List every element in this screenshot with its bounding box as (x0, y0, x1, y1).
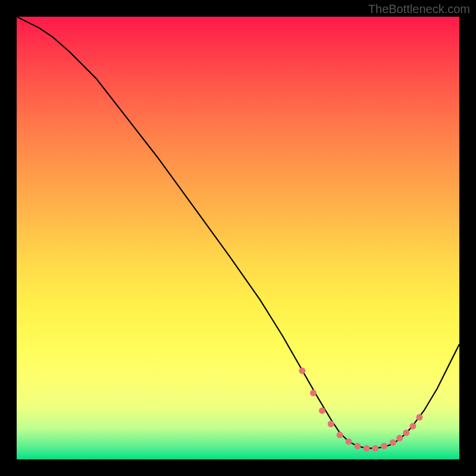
marker-dot (416, 414, 423, 421)
marker-dot (354, 443, 361, 449)
marker-dot (403, 430, 409, 436)
marker-dot (346, 439, 352, 445)
marker-dot (328, 421, 334, 427)
marker-dot (409, 423, 416, 430)
marker-dot (363, 445, 369, 452)
marker-dot (372, 445, 378, 452)
marker-dot (310, 390, 317, 396)
curve-line (17, 17, 459, 448)
marker-dots (299, 368, 422, 452)
marker-dot (390, 439, 396, 446)
marker-dot (381, 443, 387, 449)
chart-plot-area (17, 17, 459, 459)
chart-svg (17, 17, 459, 459)
marker-dot (299, 368, 305, 374)
marker-dot (337, 432, 343, 439)
marker-dot (396, 435, 403, 441)
marker-dot (319, 408, 325, 414)
watermark-text: TheBottleneck.com (368, 2, 470, 16)
